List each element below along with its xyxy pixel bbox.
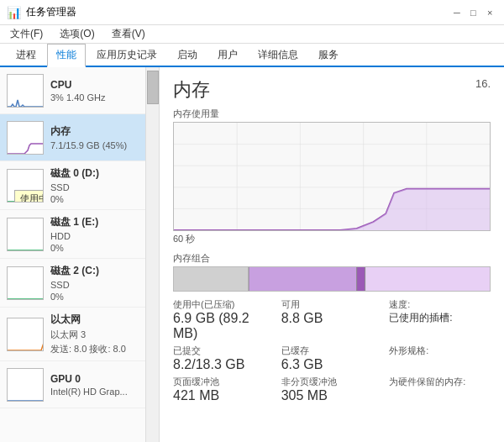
- stat-form-factor-label: 外形规格:: [389, 345, 491, 357]
- svg-rect-17: [249, 267, 357, 292]
- stat-cached-value: 6.3 GB: [281, 357, 383, 372]
- time-label: 60 秒: [173, 233, 491, 245]
- sidebar-item-gpu0[interactable]: GPU 0 Intel(R) HD Grap...: [0, 361, 145, 408]
- svg-rect-5: [8, 318, 44, 351]
- tab-startup[interactable]: 启动: [168, 44, 207, 66]
- stat-committed: 已提交 8.2/18.3 GB: [173, 345, 275, 372]
- disk0-usage: 0%: [50, 194, 139, 204]
- top-value: 16.: [475, 77, 491, 90]
- cpu-usage: 3% 1.40 GHz: [50, 92, 139, 103]
- stat-paged-pool-value: 421 MB: [173, 388, 275, 403]
- disk2-info: 磁盘 2 (C:) SSD 0%: [50, 264, 139, 302]
- stat-in-use: 使用中(已压缩) 6.9 GB (89.2 MB): [173, 298, 275, 341]
- sidebar-list: CPU 3% 1.40 GHz 内存 7.1/15.9 GB (45%): [0, 67, 145, 442]
- tab-performance[interactable]: 性能: [47, 44, 86, 67]
- network-stats: 发送: 8.0 接收: 8.0: [50, 343, 139, 355]
- stat-available: 可用 8.8 GB: [281, 298, 383, 341]
- stat-nonpaged-pool-value: 305 MB: [281, 388, 383, 403]
- sidebar-item-disk2[interactable]: 磁盘 2 (C:) SSD 0%: [0, 259, 145, 308]
- tab-services[interactable]: 服务: [309, 44, 348, 66]
- stat-nonpaged-pool: 非分页缓冲池 305 MB: [281, 376, 383, 403]
- stat-in-use-value: 6.9 GB (89.2 MB): [173, 311, 275, 341]
- network-label: 以太网: [50, 313, 139, 327]
- maximize-button[interactable]: □: [470, 8, 480, 18]
- stat-in-use-label: 使用中(已压缩): [173, 298, 275, 311]
- menu-file[interactable]: 文件(F): [7, 25, 46, 43]
- chart-label: 内存使用量: [173, 108, 491, 120]
- stat-committed-label: 已提交: [173, 345, 275, 357]
- svg-rect-0: [8, 75, 44, 108]
- svg-rect-1: [8, 122, 44, 155]
- menu-view[interactable]: 查看(V): [108, 25, 149, 43]
- disk0-tooltip: 使用中: [14, 190, 44, 203]
- network-info: 以太网 以太网 3 发送: 8.0 接收: 8.0: [50, 313, 139, 355]
- main-layout: CPU 3% 1.40 GHz 内存 7.1/15.9 GB (45%): [0, 67, 504, 442]
- network-name: 以太网 3: [50, 329, 139, 341]
- stat-cached-label: 已缓存: [281, 345, 383, 357]
- stat-speed-value: 已使用的插槽:: [389, 311, 491, 325]
- tab-process[interactable]: 进程: [7, 44, 45, 66]
- memory-usage: 7.1/15.9 GB (45%): [50, 140, 139, 150]
- menu-options[interactable]: 选项(O): [56, 25, 97, 43]
- sidebar-item-network[interactable]: 以太网 以太网 3 发送: 8.0 接收: 8.0: [0, 308, 145, 361]
- svg-rect-4: [8, 267, 44, 300]
- disk0-label: 磁盘 0 (D:): [50, 166, 139, 181]
- sidebar-item-cpu[interactable]: CPU 3% 1.40 GHz: [0, 67, 145, 114]
- svg-rect-6: [8, 369, 44, 402]
- stat-form-factor: 外形规格:: [389, 345, 491, 372]
- page-title: 内存: [173, 77, 210, 103]
- disk1-info: 磁盘 1 (E:) HDD 0%: [50, 215, 139, 253]
- disk2-thumbnail: [7, 266, 44, 300]
- disk1-label: 磁盘 1 (E:): [50, 215, 139, 229]
- close-button[interactable]: ×: [487, 8, 497, 18]
- tab-details[interactable]: 详细信息: [249, 44, 307, 66]
- tab-app-history[interactable]: 应用历史记录: [87, 44, 166, 66]
- disk1-type: HDD: [50, 231, 139, 241]
- disk0-thumbnail: 使用中: [7, 169, 44, 203]
- gpu0-info: GPU 0 Intel(R) HD Grap...: [50, 373, 139, 397]
- gpu0-thumbnail: [7, 368, 44, 402]
- memory-chart: [173, 122, 491, 231]
- stat-available-value: 8.8 GB: [281, 311, 383, 326]
- svg-rect-19: [365, 267, 490, 292]
- stat-nonpaged-pool-label: 非分页缓冲池: [281, 376, 383, 388]
- stat-cached: 已缓存 6.3 GB: [281, 345, 383, 372]
- stat-speed-label: 速度:: [389, 298, 491, 311]
- disk2-type: SSD: [50, 280, 139, 290]
- network-thumbnail: [7, 318, 44, 351]
- title-text: 任务管理器: [26, 5, 76, 19]
- stat-paged-pool-label: 页面缓冲池: [173, 376, 275, 388]
- minimize-button[interactable]: ─: [454, 8, 464, 18]
- disk2-label: 磁盘 2 (C:): [50, 264, 139, 278]
- svg-rect-16: [174, 267, 249, 292]
- stat-available-label: 可用: [281, 298, 383, 311]
- disk1-usage: 0%: [50, 243, 139, 253]
- stats-grid: 使用中(已压缩) 6.9 GB (89.2 MB) 可用 8.8 GB 速度: …: [173, 298, 491, 403]
- memory-label: 内存: [50, 124, 139, 139]
- title-bar: 📊 任务管理器 ─ □ ×: [0, 0, 504, 25]
- tab-bar: 进程 性能 应用历史记录 启动 用户 详细信息 服务: [0, 44, 504, 67]
- composition-label: 内存组合: [173, 252, 491, 265]
- stat-hw-reserved: 为硬件保留的内存:: [389, 376, 491, 403]
- svg-rect-18: [357, 267, 365, 292]
- scrollbar-thumb[interactable]: [147, 71, 159, 104]
- right-panel: 内存 16. 内存使用量 60 秒: [160, 67, 504, 442]
- disk2-usage: 0%: [50, 292, 139, 302]
- sidebar-item-memory[interactable]: 内存 7.1/15.9 GB (45%): [0, 114, 145, 161]
- cpu-label: CPU: [50, 79, 139, 91]
- stat-speed: 速度: 已使用的插槽:: [389, 298, 491, 341]
- disk0-info: 磁盘 0 (D:) SSD 0%: [50, 166, 139, 204]
- scrollbar[interactable]: [145, 67, 159, 442]
- composition-bar: [173, 266, 491, 292]
- sidebar-item-disk0[interactable]: 使用中 磁盘 0 (D:) SSD 0%: [0, 161, 145, 210]
- sidebar-item-disk1[interactable]: 磁盘 1 (E:) HDD 0%: [0, 210, 145, 259]
- cpu-thumbnail: [7, 74, 44, 108]
- memory-thumbnail: [7, 121, 44, 155]
- tab-users[interactable]: 用户: [208, 44, 247, 66]
- disk0-type: SSD: [50, 182, 139, 192]
- stat-paged-pool: 页面缓冲池 421 MB: [173, 376, 275, 403]
- app-icon: 📊: [7, 6, 21, 19]
- svg-rect-3: [8, 218, 44, 251]
- stat-committed-value: 8.2/18.3 GB: [173, 357, 275, 372]
- gpu0-name: Intel(R) HD Grap...: [50, 387, 139, 397]
